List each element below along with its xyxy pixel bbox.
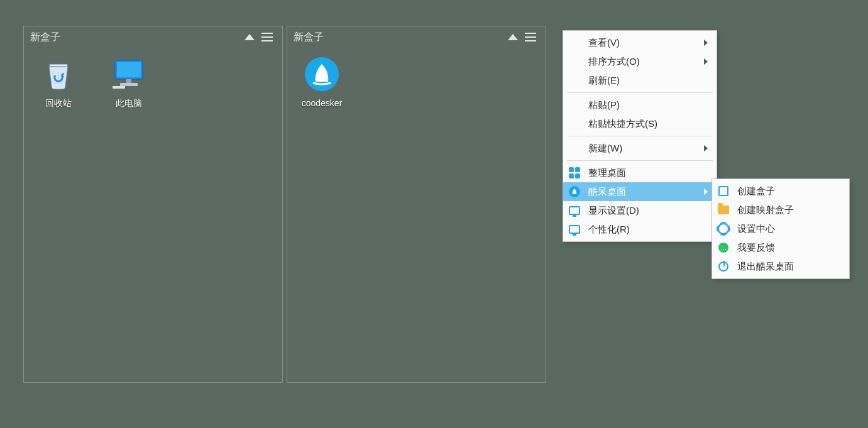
menu-item-label: 酷呆桌面 — [588, 186, 626, 198]
context-menu[interactable]: 查看(V) 排序方式(O) 刷新(E) 粘贴(P) 粘贴快捷方式(S) 新建(W… — [563, 30, 717, 242]
menu-item-coodesker[interactable]: 酷呆桌面 — [563, 182, 717, 201]
menu-item-label: 个性化(R) — [588, 224, 630, 236]
svg-rect-3 — [120, 83, 138, 86]
desktop-item-recycle-bin[interactable]: 回收站 — [30, 57, 87, 109]
svg-rect-4 — [113, 86, 125, 89]
coodesker-icon — [304, 57, 339, 92]
menu-item-display-settings[interactable]: 显示设置(D) — [563, 201, 717, 220]
menu-item-label: 粘贴(P) — [588, 99, 620, 111]
desktop-item-label: 回收站 — [45, 98, 72, 109]
menu-item-label: 粘贴快捷方式(S) — [588, 118, 657, 130]
feedback-icon: … — [717, 241, 730, 254]
submenu-arrow-icon — [704, 187, 710, 196]
box-header: 新盒子 — [287, 26, 546, 48]
desktop-box-2[interactable]: 新盒子 coodesker — [287, 26, 546, 383]
menu-item-label: 查看(V) — [588, 37, 620, 49]
menu-item-paste-shortcut[interactable]: 粘贴快捷方式(S) — [563, 114, 717, 133]
menu-item-label: 排序方式(O) — [588, 56, 640, 68]
context-submenu[interactable]: 创建盒子 创建映射盒子 设置中心 … 我要反馈 退出酷呆桌面 — [711, 178, 850, 279]
menu-icon[interactable] — [258, 33, 276, 41]
submenu-item-feedback[interactable]: … 我要反馈 — [712, 238, 849, 257]
menu-item-label: 显示设置(D) — [588, 205, 639, 217]
box-body: coodesker — [287, 48, 546, 117]
square-icon — [717, 185, 730, 197]
monitor-picture-icon — [568, 223, 581, 236]
submenu-arrow-icon — [704, 38, 710, 47]
menu-item-label: 设置中心 — [737, 223, 775, 235]
sail-icon — [568, 185, 581, 198]
menu-item-organize-desktop[interactable]: 整理桌面 — [563, 163, 717, 182]
menu-item-label: 创建映射盒子 — [737, 204, 794, 216]
power-icon — [717, 260, 730, 273]
monitor-icon — [568, 204, 581, 217]
this-pc-icon — [111, 57, 146, 92]
submenu-item-create-box[interactable]: 创建盒子 — [712, 182, 849, 200]
collapse-icon[interactable] — [504, 34, 522, 40]
box-body: 回收站 此电脑 — [24, 48, 282, 118]
submenu-item-create-mapping-box[interactable]: 创建映射盒子 — [712, 200, 849, 219]
svg-rect-1 — [117, 62, 141, 77]
menu-item-label: 整理桌面 — [588, 167, 626, 179]
box-title: 新盒子 — [294, 31, 504, 44]
menu-separator — [567, 92, 713, 93]
desktop-box-1[interactable]: 新盒子 回收站 — [23, 26, 283, 383]
box-title: 新盒子 — [30, 31, 241, 44]
gear-icon — [717, 222, 730, 235]
desktop-item-coodesker[interactable]: coodesker — [294, 57, 350, 108]
menu-item-paste[interactable]: 粘贴(P) — [563, 96, 717, 114]
menu-item-label: 刷新(E) — [588, 75, 620, 87]
submenu-arrow-icon — [704, 144, 710, 153]
menu-item-personalize[interactable]: 个性化(R) — [563, 220, 717, 239]
menu-item-label: 新建(W) — [588, 143, 622, 155]
menu-icon[interactable] — [522, 33, 539, 41]
collapse-icon[interactable] — [241, 34, 258, 40]
menu-separator — [567, 160, 713, 161]
desktop-item-label: 此电脑 — [116, 98, 142, 109]
submenu-item-settings[interactable]: 设置中心 — [712, 219, 849, 238]
menu-item-label: 我要反馈 — [737, 242, 775, 254]
svg-rect-2 — [126, 79, 131, 83]
submenu-item-exit[interactable]: 退出酷呆桌面 — [712, 257, 849, 276]
menu-item-sort[interactable]: 排序方式(O) — [563, 52, 717, 71]
box-header: 新盒子 — [24, 26, 282, 48]
desktop-item-this-pc[interactable]: 此电脑 — [101, 57, 157, 109]
menu-item-label: 退出酷呆桌面 — [737, 261, 794, 273]
grid-icon — [568, 167, 581, 179]
recycle-bin-icon — [41, 57, 76, 92]
submenu-arrow-icon — [704, 57, 710, 66]
desktop-item-label: coodesker — [302, 98, 343, 108]
menu-item-new[interactable]: 新建(W) — [563, 139, 717, 158]
menu-item-label: 创建盒子 — [737, 185, 775, 197]
menu-separator — [567, 136, 713, 136]
menu-item-view[interactable]: 查看(V) — [563, 33, 717, 52]
folder-icon — [717, 204, 730, 216]
menu-item-refresh[interactable]: 刷新(E) — [563, 71, 717, 90]
